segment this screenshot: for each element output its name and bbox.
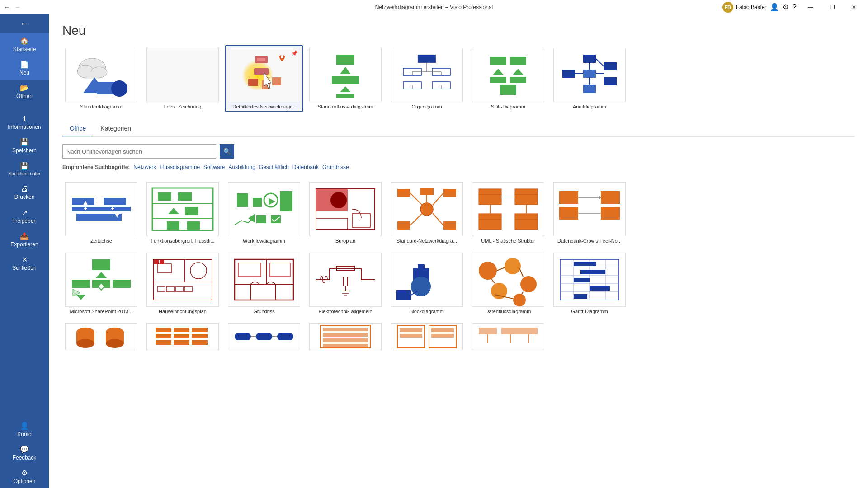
svg-rect-175 bbox=[590, 286, 610, 291]
suggest-tag-grundrisse[interactable]: Grundrisse bbox=[322, 164, 349, 170]
template-leere-zeichnung[interactable]: Leere Zeichnung bbox=[144, 45, 222, 112]
svg-point-154 bbox=[479, 262, 497, 280]
template-auditdiagramm[interactable]: Auditdiagramm bbox=[551, 45, 628, 112]
template-grid-row-3 bbox=[62, 320, 854, 355]
sidebar-item-feedback[interactable]: 💬 Feedback bbox=[0, 441, 49, 465]
forward-icon[interactable]: → bbox=[14, 4, 21, 11]
back-icon[interactable]: ← bbox=[4, 4, 10, 11]
label-bueroplan: Büroplan bbox=[335, 238, 355, 244]
template-standardfluss[interactable]: Standardfluss- diagramm bbox=[307, 45, 384, 112]
template-rack2[interactable] bbox=[388, 320, 466, 355]
print-icon: 🖨 bbox=[21, 185, 28, 193]
template-workflow[interactable]: Workflowdiagramm bbox=[225, 179, 303, 246]
search-input[interactable] bbox=[62, 144, 216, 159]
sidebar-label-speichern-unter: Speichern unter bbox=[9, 171, 41, 176]
sidebar-item-konto[interactable]: 👤 Konto bbox=[0, 418, 49, 441]
template-bueroplan[interactable]: Büroplan bbox=[307, 179, 384, 246]
sidebar-item-exportieren[interactable]: 📤 Exportieren bbox=[0, 228, 49, 251]
sidebar-item-freigeben[interactable]: ↗ Freigeben bbox=[0, 204, 49, 228]
sidebar-item-neu[interactable]: 📄 Neu bbox=[0, 56, 49, 80]
template-datenfluss[interactable]: Datenflussdiagramm bbox=[469, 250, 547, 317]
label-grundriss: Grundriss bbox=[253, 309, 275, 314]
settings-icon[interactable]: ⚙ bbox=[783, 3, 789, 11]
suggest-tag-ausbildung[interactable]: Ausbildung bbox=[228, 164, 255, 170]
svg-point-7 bbox=[281, 56, 283, 58]
template-zeitachse[interactable]: Zeitachse bbox=[62, 179, 140, 246]
template-pipe1[interactable] bbox=[225, 320, 303, 355]
template-gantt[interactable]: Gantt-Diagramm bbox=[551, 250, 628, 317]
template-blockdiagramm[interactable]: Blockdiagramm bbox=[388, 250, 466, 317]
template-detailliertes-netzwerk[interactable]: 📌 Detailliertes Netzwerkdiagr... bbox=[225, 45, 303, 112]
tab-kategorien[interactable]: Kategorien bbox=[93, 121, 138, 136]
svg-rect-65 bbox=[167, 221, 179, 230]
label-blockdiagramm: Blockdiagramm bbox=[410, 309, 444, 314]
template-db2[interactable] bbox=[144, 320, 222, 355]
search-button[interactable]: 🔍 bbox=[220, 144, 234, 159]
svg-rect-105 bbox=[601, 207, 620, 220]
sidebar-item-drucken[interactable]: 🖨 Drucken bbox=[0, 181, 49, 204]
minimize-button[interactable]: — bbox=[800, 0, 821, 14]
svg-rect-36 bbox=[510, 77, 526, 83]
window-title: Netzwerkdiagramm erstellen – Visio Profe… bbox=[375, 4, 493, 10]
sidebar-label-feedback: Feedback bbox=[13, 455, 37, 461]
svg-rect-79 bbox=[316, 218, 348, 230]
template-sharepoint[interactable]: Microsoft SharePoint 2013... bbox=[62, 250, 140, 317]
svg-line-84 bbox=[433, 193, 443, 205]
sidebar-label-optionen: Optionen bbox=[14, 478, 36, 484]
template-standard-netzwerk[interactable]: Standard-Netzwerkdiagra... bbox=[388, 179, 466, 246]
label-elektrotechnik: Elektrotechnik allgemein bbox=[318, 309, 372, 314]
template-label-standarddiagramm: Standarddiagramm bbox=[80, 104, 123, 109]
template-partial6[interactable] bbox=[469, 320, 547, 355]
sidebar-item-offnen[interactable]: 📂 Öffnen bbox=[0, 80, 49, 103]
template-thumb-standardfluss bbox=[309, 48, 382, 102]
restore-button[interactable]: ❐ bbox=[822, 0, 843, 14]
template-db1[interactable] bbox=[62, 320, 140, 355]
template-grundriss[interactable]: Grundriss bbox=[225, 250, 303, 317]
svg-rect-207 bbox=[431, 334, 454, 338]
template-standarddiagramm[interactable]: Standarddiagramm bbox=[62, 45, 140, 112]
suggest-row: Empfohlene Suchbegriffe: Netzwerk Flussd… bbox=[62, 164, 854, 170]
sidebar-item-informationen[interactable]: ℹ Informationen bbox=[0, 110, 49, 134]
export-icon: 📤 bbox=[20, 232, 29, 240]
suggest-tag-netzwerk[interactable]: Netzwerk bbox=[133, 164, 156, 170]
label-uml-static: UML - Statische Struktur bbox=[481, 238, 535, 244]
template-organigramm[interactable]: Organigramm bbox=[388, 45, 466, 112]
template-label-organigramm: Organigramm bbox=[411, 104, 442, 109]
svg-rect-37 bbox=[500, 85, 516, 95]
template-sdl[interactable]: SDL-Diagramm bbox=[469, 45, 547, 112]
template-rack1[interactable] bbox=[307, 320, 384, 355]
svg-rect-118 bbox=[153, 259, 212, 300]
tab-office[interactable]: Office bbox=[62, 121, 93, 136]
sidebar-item-optionen[interactable]: ⚙ Optionen bbox=[0, 465, 49, 488]
label-crows-feet: Datenbank-Crow's Feet-No... bbox=[557, 238, 622, 244]
template-funktions-fluss[interactable]: Funktionsübergreif. Flussdi... bbox=[144, 179, 222, 246]
sidebar-label-speichern: Speichern bbox=[12, 147, 37, 154]
svg-rect-83 bbox=[443, 189, 456, 197]
suggest-tag-datenbank[interactable]: Datenbank bbox=[292, 164, 319, 170]
sidebar-item-startseite[interactable]: 🏠 Startseite bbox=[0, 33, 49, 56]
template-hauseinrichtung[interactable]: Hauseinrichtungsplan bbox=[144, 250, 222, 317]
svg-rect-112 bbox=[72, 280, 90, 288]
svg-rect-93 bbox=[515, 189, 538, 205]
svg-rect-104 bbox=[601, 191, 620, 204]
thumb-pipe1 bbox=[228, 323, 300, 350]
template-crows-feet[interactable]: Datenbank-Crow's Feet-No... bbox=[551, 179, 628, 246]
account-icon[interactable]: 👤 bbox=[770, 3, 779, 11]
suggest-tag-software[interactable]: Software bbox=[203, 164, 225, 170]
template-elektrotechnik[interactable]: Elektrotechnik allgemein bbox=[307, 250, 384, 317]
suggest-tag-flussdiagramme[interactable]: Flussdiagramme bbox=[160, 164, 200, 170]
svg-rect-110 bbox=[92, 259, 110, 270]
suggest-tag-geschäftlich[interactable]: Geschäftlich bbox=[259, 164, 289, 170]
svg-rect-185 bbox=[156, 340, 171, 345]
close-button[interactable]: ✕ bbox=[844, 0, 864, 14]
template-uml-static[interactable]: UML - Statische Struktur bbox=[469, 179, 547, 246]
sidebar-item-speichern[interactable]: 💾 Speichern bbox=[0, 134, 49, 157]
svg-rect-132 bbox=[235, 284, 293, 300]
help-icon[interactable]: ? bbox=[793, 3, 797, 11]
thumb-partial6 bbox=[472, 323, 544, 350]
sidebar-item-schließen[interactable]: ✕ Schließen bbox=[0, 251, 49, 275]
sidebar-item-speichern-unter[interactable]: 💾 Speichern unter bbox=[0, 157, 49, 181]
sidebar-back-button[interactable]: ← bbox=[0, 14, 49, 33]
thumb-funktions-fluss bbox=[146, 182, 219, 236]
svg-rect-121 bbox=[158, 264, 171, 273]
